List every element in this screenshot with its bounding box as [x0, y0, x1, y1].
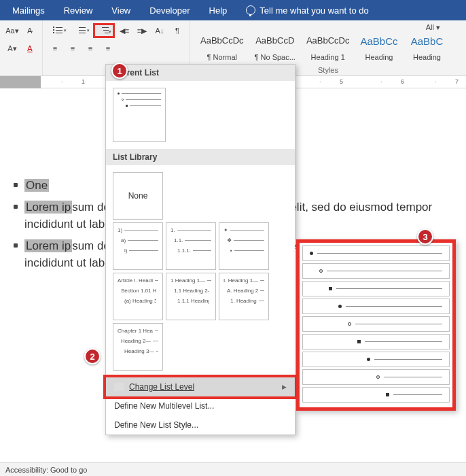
style-4[interactable]: AaBbCHeading — [404, 32, 450, 63]
font-group: Aa▾ A̶ A▾ A — [0, 20, 43, 75]
submenu-arrow-icon: ▶ — [282, 384, 287, 390]
change-level-icon — [114, 383, 124, 391]
align-left-button[interactable]: ≡ — [47, 41, 63, 56]
tell-me-search[interactable]: Tell me what you want to do — [236, 0, 378, 20]
level-bullet-icon — [376, 375, 380, 379]
justify-button[interactable]: ≡ — [100, 41, 116, 56]
show-marks-button[interactable]: ¶ — [169, 23, 185, 38]
level-bullet-icon — [367, 358, 370, 361]
level-option-9[interactable] — [302, 387, 450, 403]
font-color-button[interactable]: A — [22, 41, 38, 56]
level-bullet-icon — [338, 305, 342, 308]
level-bullet-icon — [357, 340, 361, 343]
level-option-1[interactable] — [302, 245, 450, 261]
bullet-icon — [14, 205, 18, 209]
define-multilevel-item[interactable]: Define New Multilevel List... — [106, 396, 295, 415]
library-tile-0[interactable]: 1)a)i) — [113, 222, 163, 270]
multilevel-list-dropdown: Current List List Library None 1)a)i)1.1… — [105, 64, 295, 435]
annotation-badge-2: 2 — [84, 348, 101, 364]
bullet-icon — [14, 243, 18, 248]
list-none-tile[interactable]: None — [113, 172, 163, 220]
define-list-style-item[interactable]: Define New List Style... — [106, 415, 295, 435]
status-bar: Accessibility: Good to go — [0, 462, 466, 476]
accessibility-status[interactable]: Accessibility: Good to go — [5, 466, 87, 474]
decrease-indent-button[interactable]: ◀≡ — [116, 23, 132, 38]
change-list-level-item[interactable]: Change List Level ▶ — [103, 375, 298, 399]
style-0[interactable]: AaBbCcDc¶ Normal — [196, 32, 249, 63]
current-list-header: Current List — [106, 65, 295, 81]
tab-mailings[interactable]: Mailings — [3, 0, 54, 20]
define-list-label: Define New Multilevel List... — [114, 401, 214, 411]
ribbon-tabs: Mailings Review View Developer Help Tell… — [0, 0, 466, 20]
list-level-submenu — [296, 239, 456, 411]
align-right-button[interactable]: ≡ — [82, 41, 98, 56]
increase-indent-button[interactable]: ≡▶ — [134, 23, 150, 38]
sort-button[interactable]: A↓ — [151, 23, 168, 38]
tab-help[interactable]: Help — [200, 0, 237, 20]
bullet-icon — [14, 183, 18, 187]
tab-view[interactable]: View — [102, 0, 140, 20]
tab-review[interactable]: Review — [54, 0, 103, 20]
change-level-label: Change List Level — [129, 382, 194, 392]
text-effects-button[interactable]: A▾ — [4, 41, 20, 56]
styles-all-dropdown[interactable]: All ▾ — [196, 22, 461, 32]
library-tile-5[interactable]: I. Heading 1—A. Heading 21. Heading — [219, 273, 269, 320]
library-tile-6[interactable]: Chapter 1 HeaHeading 2—Heading 3— — [113, 323, 163, 371]
list-library-header: List Library — [106, 149, 295, 165]
level-option-4[interactable] — [302, 299, 450, 314]
annotation-badge-3: 3 — [417, 228, 433, 245]
level-option-7[interactable] — [302, 352, 450, 367]
level-option-6[interactable] — [302, 334, 450, 350]
bullets-button[interactable] — [47, 23, 69, 38]
annotation-badge-1: 1 — [111, 63, 128, 79]
tell-me-label: Tell me what you want to do — [259, 5, 368, 16]
change-case-button[interactable]: Aa▾ — [4, 23, 20, 38]
current-list-preview[interactable] — [113, 88, 166, 142]
clear-format-button[interactable]: A̶ — [22, 23, 38, 38]
library-tile-3[interactable]: Article I. HeadiSection 1.01 H(a) Headin… — [113, 273, 163, 320]
library-tile-1[interactable]: 1.1.1.1.1.1. — [166, 222, 216, 270]
style-1[interactable]: AaBbCcD¶ No Spac... — [250, 32, 300, 63]
tab-developer[interactable]: Developer — [140, 0, 199, 20]
multilevel-list-button[interactable] — [93, 23, 115, 38]
level-bullet-icon — [319, 269, 323, 273]
level-option-8[interactable] — [302, 369, 450, 385]
define-style-label: Define New List Style... — [114, 420, 198, 430]
level-bullet-icon — [386, 393, 389, 396]
numbering-button[interactable] — [70, 23, 92, 38]
level-option-5[interactable] — [302, 316, 450, 332]
lightbulb-icon — [246, 5, 255, 15]
align-center-button[interactable]: ≡ — [65, 41, 81, 56]
level-bullet-icon — [329, 287, 332, 290]
level-option-3[interactable] — [302, 281, 450, 296]
style-3[interactable]: AaBbCcHeading — [355, 32, 402, 63]
library-tile-4[interactable]: 1 Heading 1—1.1 Heading 2—1.1.1 Heading — [166, 273, 216, 320]
level-bullet-icon — [310, 252, 313, 255]
level-bullet-icon — [348, 322, 351, 326]
library-tile-2[interactable]: ✦❖▪ — [219, 222, 269, 270]
style-2[interactable]: AaBbCcDcHeading 1 — [302, 32, 355, 63]
level-option-2[interactable] — [302, 263, 450, 279]
